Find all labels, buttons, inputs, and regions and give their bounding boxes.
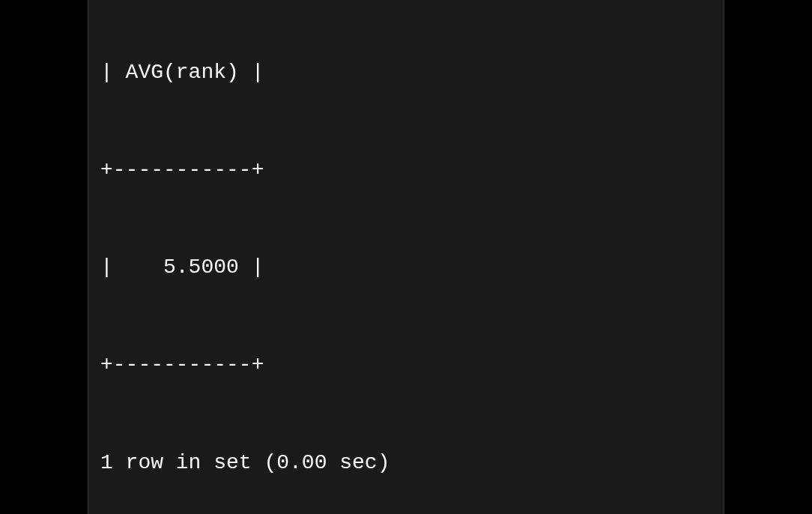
result-summary: 1 row in set (0.00 sec) [100, 447, 712, 479]
table-border-bottom: +-----------+ [100, 348, 712, 381]
table-header: | AVG(rank) | [100, 56, 712, 88]
terminal-window: bin — mysql ‹ sudo — 42×9 mysql> SELECT … [88, 0, 724, 514]
table-border-mid: +-----------+ [100, 154, 712, 186]
table-row: | 5.5000 | [100, 251, 712, 283]
terminal-body[interactable]: mysql> SELECT AVG(rank) FROM student; +-… [88, 0, 724, 514]
